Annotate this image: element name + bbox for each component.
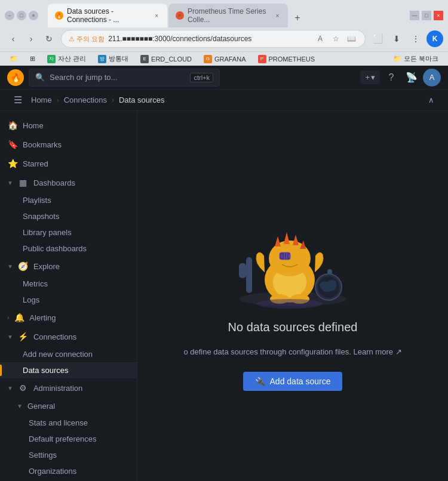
tab-prometheus[interactable]: P Prometheus Time Series Colle... × — [168, 4, 288, 27]
user-avatar[interactable]: A — [423, 69, 441, 87]
sidebar-item-bookmarks[interactable]: 🔖 Bookmarks — [0, 135, 137, 154]
url-text: 211.■■■■■■■:3000/connections/datasources — [108, 35, 310, 43]
sidebar-item-public-dashboards[interactable]: Public dashboards — [0, 240, 137, 257]
reading-mode-icon[interactable]: 📖 — [345, 32, 358, 45]
address-bar[interactable]: ⚠ 주의 요함 211.■■■■■■■:3000/connections/dat… — [61, 30, 366, 48]
translate-icon[interactable]: A — [314, 32, 327, 45]
sidebar-item-starred[interactable]: ⭐ Starred — [0, 154, 137, 173]
maximize-button[interactable]: □ — [17, 11, 26, 20]
bookmarks-folder[interactable]: 📁 모든 북마크 — [388, 53, 443, 64]
grafana-app: 🔥 🔍 Search or jump to... ctrl+k + ▾ ? 📡 … — [0, 66, 448, 481]
sidebar-item-default-preferences[interactable]: Default preferences — [0, 431, 137, 447]
breadcrumb-sep-1: › — [57, 96, 59, 104]
browser-profile-button[interactable]: K — [426, 30, 443, 47]
save-button[interactable]: ⬇ — [388, 30, 405, 47]
sidebar-section-explore[interactable]: ▼ 🧭 Explore — [0, 257, 137, 276]
bookmark-favicon-5: P — [258, 55, 266, 63]
grafana-logo[interactable]: 🔥 — [7, 69, 24, 86]
sidebar-item-data-sources[interactable]: Data sources — [0, 362, 137, 378]
public-dashboards-label: Public dashboards — [23, 244, 87, 253]
win-maximize[interactable]: □ — [422, 11, 431, 20]
forward-button[interactable]: › — [23, 30, 39, 47]
sidebar-item-snapshots[interactable]: Snapshots — [0, 208, 137, 224]
bookmark-folder-icon[interactable]: 📁 — [5, 54, 23, 64]
new-item-button[interactable]: + ▾ — [360, 70, 380, 84]
sidebar-section-dashboards[interactable]: ▼ ▦ Dashboards — [0, 173, 137, 192]
browser-window-controls: − □ × — [5, 11, 38, 20]
security-warning: ⚠ 주의 요함 — [69, 35, 105, 44]
learn-more-text: Learn more ↗ — [353, 347, 401, 356]
search-bar[interactable]: 🔍 Search or jump to... ctrl+k — [29, 69, 220, 87]
close-button[interactable]: × — [29, 11, 38, 20]
sidebar-section-connections[interactable]: ▼ ⚡ Connections — [0, 327, 137, 346]
sidebar-item-alerting[interactable]: › 🔔 Alerting — [0, 308, 137, 327]
sidebar-item-home[interactable]: 🏠 Home — [0, 116, 137, 135]
sidebar-section-administration[interactable]: ▼ ⚙ Administration — [0, 378, 137, 397]
bookmark-prometheus[interactable]: P PROMETHEUS — [253, 54, 320, 64]
bookmark-icon[interactable]: ☆ — [329, 32, 342, 45]
breadcrumb-collapse-button[interactable]: ∧ — [424, 93, 438, 107]
sidebar-bookmarks-label: Bookmarks — [23, 140, 130, 149]
win-minimize[interactable]: — — [410, 11, 419, 20]
apps-icon: ⊞ — [30, 55, 35, 63]
bookmark-label-1: 자산 관리 — [58, 54, 86, 63]
data-sources-label: Data sources — [23, 366, 69, 375]
sidebar-item-library-panels[interactable]: Library panels — [0, 224, 137, 240]
main-content: No data sources defined o define data so… — [137, 111, 448, 481]
tab-bar: 🔥 Data sources - Connections - ... × P P… — [43, 4, 311, 27]
news-button[interactable]: 📡 — [403, 69, 421, 87]
sidebar-alerting-label: Alerting — [29, 313, 130, 322]
search-placeholder: Search or jump to... — [50, 73, 117, 82]
browser-menu-button[interactable]: ⋮ — [407, 30, 424, 47]
bookmark-label-5: PROMETHEUS — [269, 56, 315, 63]
breadcrumb-sep-2: › — [112, 96, 114, 104]
bookmark-grafana[interactable]: G GRAFANA — [199, 54, 251, 64]
win-close[interactable]: × — [434, 11, 443, 20]
search-shortcut: ctrl+k — [190, 73, 213, 82]
browser-title-bar: − □ × 🔥 Data sources - Connections - ...… — [0, 0, 448, 27]
breadcrumb-connections[interactable]: Connections — [64, 95, 107, 104]
settings-label: Settings — [29, 451, 57, 460]
sidebar-item-organizations[interactable]: Organizations — [0, 463, 137, 479]
metrics-label: Metrics — [23, 279, 48, 288]
sidebar-item-logs[interactable]: Logs — [0, 292, 137, 308]
bookmarks-icon: 🔖 — [7, 139, 18, 150]
general-chevron: ▼ — [17, 403, 23, 409]
alerting-icon: 🔔 — [14, 312, 24, 323]
bookmark-favicon-3: E — [140, 55, 149, 63]
minimize-button[interactable]: − — [5, 11, 14, 20]
tab-datasources[interactable]: 🔥 Data sources - Connections - ... × — [48, 4, 167, 27]
sidebar-item-add-new-connection[interactable]: Add new connection — [0, 346, 137, 362]
sidebar-item-settings[interactable]: Settings — [0, 447, 137, 463]
browser-nav-buttons: ‹ › ↻ — [5, 30, 57, 47]
folder-icon-2: 📁 — [393, 55, 401, 63]
sidebar-section-general[interactable]: ▼ General — [0, 397, 137, 415]
sidebar-item-playlists[interactable]: Playlists — [0, 192, 137, 208]
extensions-button[interactable]: ⬜ — [369, 30, 386, 47]
sidebar-administration-label: Administration — [33, 384, 82, 393]
help-button[interactable]: ? — [382, 69, 400, 87]
bookmark-favicon-2: 방 — [98, 55, 106, 63]
back-button[interactable]: ‹ — [5, 30, 22, 47]
svg-rect-1 — [246, 257, 252, 293]
tab-close-button-2[interactable]: × — [274, 11, 281, 20]
sidebar-item-metrics[interactable]: Metrics — [0, 276, 137, 292]
bookmark-asset-mgmt[interactable]: 자 자산 관리 — [42, 53, 91, 64]
bookmark-bangtongu[interactable]: 방 방통대 — [93, 53, 133, 64]
svg-marker-11 — [275, 236, 281, 246]
empty-state: No data sources defined o define data so… — [159, 192, 425, 415]
breadcrumb-home[interactable]: Home — [31, 95, 52, 104]
reload-button[interactable]: ↻ — [41, 30, 57, 47]
bookmark-apps[interactable]: ⊞ — [25, 54, 40, 64]
bookmark-erd-cloud[interactable]: E ERD_CLOUD — [136, 54, 197, 64]
explore-icon: 🧭 — [18, 261, 29, 272]
tab-close-button[interactable]: × — [154, 11, 160, 20]
new-tab-button[interactable]: + — [289, 10, 306, 26]
library-panels-label: Library panels — [23, 228, 72, 237]
add-data-source-button[interactable]: 🔌 Add data source — [243, 372, 343, 391]
sidebar-toggle[interactable]: ☰ — [10, 92, 26, 109]
sidebar-dashboards-label: Dashboards — [33, 178, 75, 187]
svg-point-23 — [257, 299, 323, 309]
sidebar-item-stats-license[interactable]: Stats and license — [0, 415, 137, 431]
sidebar-general-label: General — [27, 402, 55, 411]
